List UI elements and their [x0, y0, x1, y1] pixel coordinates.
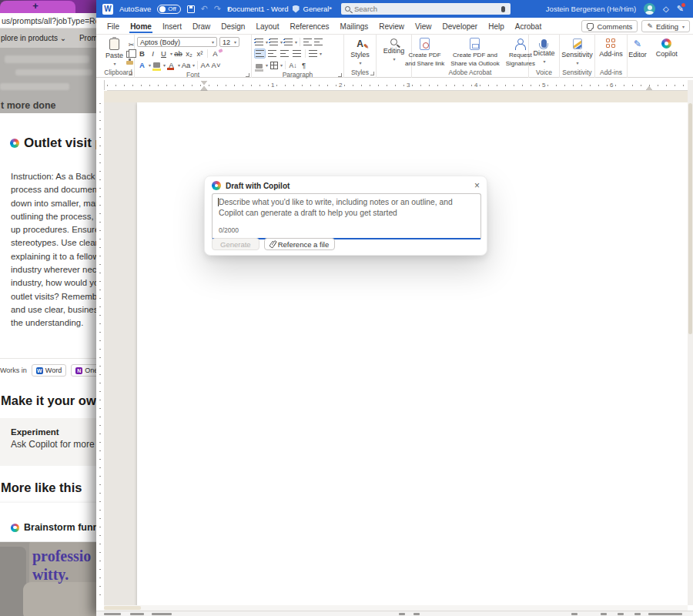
browser-address-bar[interactable]: us/prompts/all?jobType=Retail — [0, 13, 103, 28]
paragraph-dialog-launcher[interactable] — [338, 73, 342, 77]
status-page-indicator[interactable] — [104, 613, 121, 615]
tab-home[interactable]: Home — [129, 19, 152, 33]
paste-button[interactable]: Paste ▾ — [102, 36, 126, 69]
view-read-mode-icon[interactable] — [571, 613, 578, 615]
reference-file-button[interactable]: Reference a file — [264, 238, 336, 250]
autosave-toggle[interactable]: Off — [157, 5, 181, 14]
tab-developer[interactable]: Developer — [442, 19, 479, 33]
save-icon[interactable] — [187, 5, 195, 13]
works-in-word-badge[interactable]: W Word — [32, 364, 66, 377]
multilevel-list-icon[interactable] — [284, 38, 293, 45]
draft-input[interactable] — [219, 197, 476, 223]
subscript-button[interactable]: x₂ — [184, 49, 194, 59]
tab-acrobat[interactable]: Acrobat — [514, 19, 542, 33]
view-focus-icon[interactable] — [634, 613, 641, 615]
format-painter-icon[interactable] — [126, 61, 133, 65]
increase-indent-icon[interactable] — [314, 38, 323, 45]
status-center-icon2[interactable] — [413, 613, 420, 615]
numbered-list-icon[interactable] — [270, 38, 278, 45]
generate-button[interactable]: Generate — [212, 238, 259, 250]
superscript-button[interactable]: x² — [195, 49, 205, 59]
align-right-button[interactable] — [279, 49, 290, 59]
sensitivity-button[interactable]: Sensitivity ▾ — [558, 36, 596, 69]
hanging-indent-marker[interactable] — [201, 86, 207, 90]
create-pdf-outlook-button[interactable]: Create PDF and Share via Outlook — [448, 36, 502, 69]
borders-icon[interactable] — [270, 62, 278, 69]
tab-design[interactable]: Design — [220, 19, 246, 33]
underline-button[interactable]: U — [159, 49, 169, 59]
grow-font-button[interactable]: A˄ — [200, 60, 210, 70]
tab-help[interactable]: Help — [487, 19, 505, 33]
font-name-combo[interactable]: Aptos (Body)▾ — [137, 37, 217, 47]
bullet-list-icon[interactable] — [255, 38, 263, 45]
align-center-button[interactable] — [266, 49, 278, 59]
explore-in-products-dropdown[interactable]: plore in products ⌄ — [1, 34, 66, 42]
microphone-icon — [541, 39, 547, 48]
font-color-button[interactable]: A — [166, 60, 176, 70]
shading-icon[interactable] — [256, 64, 263, 69]
clear-formatting-button[interactable]: A — [210, 49, 220, 59]
new-tab-icon[interactable]: + — [29, 0, 42, 12]
right-indent-marker[interactable] — [646, 86, 652, 90]
close-icon[interactable]: × — [474, 181, 480, 190]
undo-icon[interactable]: ↶ — [201, 4, 208, 14]
create-pdf-share-link-button[interactable]: Create PDF and Share link — [403, 36, 447, 69]
horizontal-scrollbar[interactable] — [104, 605, 688, 611]
copy-icon[interactable] — [126, 51, 132, 58]
redo-icon[interactable]: ↷ — [214, 4, 221, 14]
search-box[interactable] — [341, 3, 511, 15]
experiment-card[interactable]: Experiment Ask Copilot for more ex — [0, 418, 103, 466]
scrollbar-thumb[interactable] — [688, 103, 692, 334]
tab-review[interactable]: Review — [378, 19, 405, 33]
avatar[interactable] — [644, 3, 655, 15]
tab-layout[interactable]: Layout — [255, 19, 280, 33]
search-mic-icon[interactable] — [501, 6, 505, 12]
align-left-button[interactable] — [254, 49, 266, 59]
font-size-combo[interactable]: 12▾ — [219, 37, 239, 47]
shrink-font-button[interactable]: A˅ — [211, 60, 221, 70]
status-center-icon[interactable] — [399, 613, 405, 615]
view-print-layout-icon[interactable] — [601, 613, 607, 615]
search-input[interactable] — [354, 5, 497, 13]
italic-button[interactable]: I — [148, 49, 158, 59]
status-wordcount[interactable] — [130, 613, 144, 615]
first-line-indent-marker[interactable] — [201, 81, 207, 85]
whats-new-pen-icon[interactable]: ✎ — [677, 4, 684, 14]
view-web-layout-icon[interactable] — [618, 613, 624, 615]
copilot-button[interactable]: Copilot — [653, 36, 681, 69]
addins-button[interactable]: Add-ins — [596, 36, 626, 69]
tab-file[interactable]: File — [106, 19, 120, 33]
clipboard-dialog-launcher[interactable] — [129, 72, 132, 75]
word-app-icon[interactable]: W — [102, 4, 113, 15]
sensitivity-label[interactable]: General* — [303, 5, 333, 13]
styles-dialog-launcher[interactable] — [370, 72, 374, 75]
comments-button[interactable]: Comments — [581, 20, 638, 32]
vertical-scrollbar[interactable] — [688, 80, 693, 605]
tab-insert[interactable]: Insert — [162, 19, 182, 33]
styles-button[interactable]: A Styles ▾ — [347, 36, 373, 69]
text-effects-button[interactable]: A — [137, 60, 147, 70]
decrease-indent-icon[interactable] — [303, 38, 312, 45]
editing-mode-button[interactable]: ✎Editing▾ — [641, 20, 690, 32]
tab-references[interactable]: References — [289, 19, 330, 33]
works-in-label: Works in — [0, 367, 27, 374]
tab-mailings[interactable]: Mailings — [340, 19, 370, 33]
editor-button[interactable]: ✎ Editor — [625, 36, 650, 69]
sort-button[interactable]: A↓ — [288, 60, 298, 70]
line-spacing-icon[interactable] — [309, 50, 317, 57]
dictate-button[interactable]: Dictate ▾ — [530, 36, 557, 69]
zoom-slider[interactable] — [648, 613, 682, 615]
highlight-button[interactable] — [153, 62, 160, 68]
scrollbar-thumb[interactable] — [104, 606, 141, 610]
font-dialog-launcher[interactable] — [246, 73, 249, 77]
justify-button[interactable] — [291, 49, 303, 59]
bold-button[interactable]: B — [137, 49, 147, 59]
change-case-button[interactable]: Aa — [181, 60, 191, 70]
tab-draw[interactable]: Draw — [192, 19, 211, 33]
more-like-this-card[interactable]: Brainstorm funny nar — [0, 503, 102, 541]
show-formatting-button[interactable]: ¶ — [299, 60, 309, 70]
diamond-icon[interactable]: ◇ — [663, 5, 669, 13]
status-language[interactable] — [152, 613, 172, 615]
tab-view[interactable]: View — [414, 19, 433, 33]
strikethrough-button[interactable]: ab — [173, 49, 183, 59]
